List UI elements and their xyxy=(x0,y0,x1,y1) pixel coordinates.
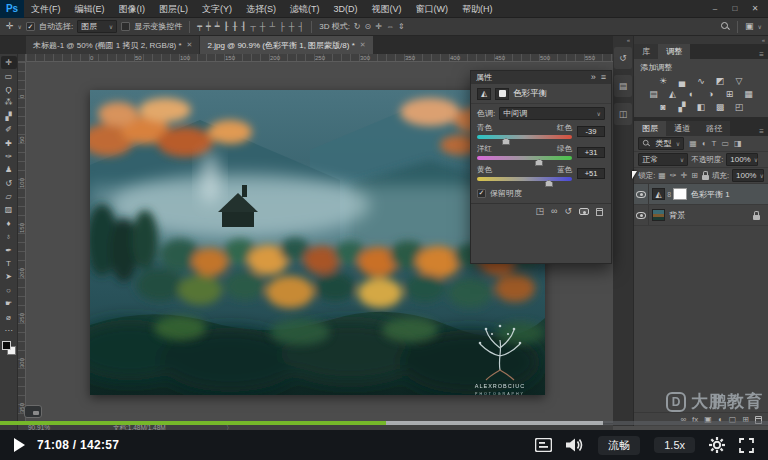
3d-roll-icon[interactable]: ⊙ xyxy=(365,23,372,31)
zoom-tool[interactable]: ⌀ xyxy=(1,310,17,323)
slider-track[interactable] xyxy=(477,156,572,160)
auto-select-checkbox[interactable]: ✓ xyxy=(26,22,35,31)
slider-thumb[interactable] xyxy=(545,180,553,187)
adj-posterize-icon[interactable]: ▞ xyxy=(676,102,689,113)
history-brush-tool[interactable]: ↺ xyxy=(1,177,17,190)
tone-dropdown[interactable]: 中间调 ∨ xyxy=(499,107,605,120)
move-tool[interactable]: ✛ xyxy=(1,56,17,69)
menu-item-1[interactable]: 编辑(E) xyxy=(68,0,112,18)
tab-图层[interactable]: 图层 xyxy=(634,121,666,136)
menu-item-7[interactable]: 3D(D) xyxy=(327,0,365,18)
distribute-top-icon[interactable]: ┬ xyxy=(250,23,256,31)
fill-dropdown[interactable]: 100% ∨ xyxy=(732,169,764,182)
play-button[interactable] xyxy=(14,438,25,452)
tab-调整[interactable]: 调整 xyxy=(658,44,690,59)
3d-scale-icon[interactable]: ⇕ xyxy=(398,23,405,31)
adj-hue-saturation-icon[interactable]: ▤ xyxy=(647,89,660,100)
adj-exposure-icon[interactable]: ◩ xyxy=(714,76,727,87)
tab-close-icon[interactable]: ✕ xyxy=(360,41,366,49)
layer-row-1[interactable]: 背景 xyxy=(634,205,768,226)
distribute-vcenter-icon[interactable]: ┼ xyxy=(260,23,266,31)
hand-tool[interactable]: ☛ xyxy=(1,297,17,310)
slider-track[interactable] xyxy=(477,177,572,181)
visibility-icon[interactable] xyxy=(579,208,589,215)
adj-color-lookup-icon[interactable]: ▦ xyxy=(742,89,755,100)
properties-panel-header[interactable]: 属性 »≡ xyxy=(471,71,611,84)
quick-select-tool[interactable]: ⁂ xyxy=(1,96,17,109)
layer-filter-dropdown[interactable]: 类型 ∨ xyxy=(638,137,684,150)
3d-drag-icon[interactable]: ✛ xyxy=(375,23,382,31)
color-swatches[interactable] xyxy=(2,341,16,355)
tab-通道[interactable]: 通道 xyxy=(666,121,698,136)
panel-menu-icon[interactable]: ≡ xyxy=(601,73,606,82)
path-select-tool[interactable]: ➤ xyxy=(1,270,17,283)
align-hcenter-icon[interactable]: ╂ xyxy=(233,23,238,31)
lock-pixels-icon[interactable]: ✑ xyxy=(670,172,677,180)
lock-all-icon[interactable] xyxy=(702,175,709,180)
adj-gradient-map-icon[interactable]: ▩ xyxy=(714,102,727,113)
align-vcenter-icon[interactable]: ┿ xyxy=(206,23,211,31)
3d-slide-icon[interactable]: ⇔ xyxy=(386,23,394,31)
layer-name[interactable]: 背景 xyxy=(669,210,685,221)
clip-to-layer-icon[interactable]: ◳ xyxy=(536,207,545,216)
filter-pixel-layers-icon[interactable]: ▦ xyxy=(689,140,697,148)
collapse-dock-button[interactable]: « xyxy=(634,36,768,44)
preserve-luminosity-checkbox[interactable]: ✓ xyxy=(477,189,486,198)
adj-color-balance-icon[interactable]: ◭ xyxy=(666,89,679,100)
layer-visibility-toggle[interactable] xyxy=(634,205,649,225)
shape-tool[interactable]: ○ xyxy=(1,284,17,297)
reset-adjustment-icon[interactable]: ↺ xyxy=(564,207,572,216)
document-tab-1[interactable]: 2.jpg @ 90.9% (色彩平衡 1, 图层蒙版/8) *✕ xyxy=(200,36,373,54)
history-panel-icon[interactable]: ↺ xyxy=(614,47,632,69)
pen-tool[interactable]: ✒ xyxy=(1,243,17,256)
adj-selective-color-icon[interactable]: ◰ xyxy=(733,102,746,113)
filter-shape-layers-icon[interactable]: ▭ xyxy=(721,140,729,148)
slider-value-input[interactable]: +31 xyxy=(577,147,605,158)
layer-name[interactable]: 色彩平衡 1 xyxy=(691,189,730,200)
previous-state-icon[interactable]: ∞ xyxy=(551,207,557,216)
marquee-tool[interactable]: ▭ xyxy=(1,69,17,82)
lock-position-icon[interactable]: ✛ xyxy=(681,172,688,180)
adj-brightness-contrast-icon[interactable]: ☀ xyxy=(657,76,670,87)
lock-transparent-icon[interactable]: ▦ xyxy=(658,172,666,180)
speed-button[interactable]: 1.5x xyxy=(654,437,695,453)
current-tool-icon[interactable]: ✛ xyxy=(6,22,14,31)
video-progress-bar[interactable] xyxy=(0,421,768,425)
restore-button[interactable]: □ xyxy=(726,2,744,16)
crop-tool[interactable]: ▞ xyxy=(1,110,17,123)
blur-tool[interactable]: ♦ xyxy=(1,217,17,230)
panel-menu-icon[interactable]: ≡ xyxy=(759,50,768,59)
brush-tool[interactable]: ✑ xyxy=(1,150,17,163)
menu-item-4[interactable]: 文字(Y) xyxy=(195,0,239,18)
menu-item-3[interactable]: 图层(L) xyxy=(152,0,195,18)
menu-item-0[interactable]: 文件(F) xyxy=(24,0,68,18)
distribute-right-icon[interactable]: ┤ xyxy=(299,23,305,31)
adj-levels-icon[interactable]: ▄ xyxy=(676,76,689,87)
align-right-icon[interactable]: ┨ xyxy=(241,23,246,31)
workspace-switcher-icon[interactable]: ▣ xyxy=(745,22,754,31)
opacity-dropdown[interactable]: 100% ∨ xyxy=(726,153,758,166)
edit-toolbar-button[interactable]: ⋯ xyxy=(1,324,17,337)
lasso-tool[interactable]: Ϙ xyxy=(1,83,17,96)
3d-rotate-icon[interactable]: ↻ xyxy=(354,23,361,31)
character-panel-icon[interactable]: ▤ xyxy=(614,75,632,97)
layer-mask-thumbnail[interactable] xyxy=(673,188,687,200)
slider-value-input[interactable]: +51 xyxy=(577,168,605,179)
layer-row-0[interactable]: ◭8色彩平衡 1 xyxy=(634,184,768,205)
slider-value-input[interactable]: -39 xyxy=(577,126,605,137)
panel-menu-icon[interactable]: ≡ xyxy=(759,127,768,136)
slider-track[interactable] xyxy=(477,135,572,139)
menu-item-5[interactable]: 选择(S) xyxy=(239,0,283,18)
adj-channel-mixer-icon[interactable]: ⊞ xyxy=(723,89,736,100)
tab-close-icon[interactable]: ✕ xyxy=(187,41,193,49)
quality-button[interactable]: 流畅 xyxy=(598,436,640,455)
distribute-hcenter-icon[interactable]: ┼ xyxy=(289,23,295,31)
filter-smart-objects-icon[interactable]: ◨ xyxy=(734,140,742,148)
show-transform-checkbox[interactable] xyxy=(121,22,130,31)
foreground-color-swatch[interactable] xyxy=(2,341,11,350)
adj-vibrance-icon[interactable]: ▽ xyxy=(733,76,746,87)
menu-item-10[interactable]: 帮助(H) xyxy=(455,0,500,18)
settings-gear-icon[interactable] xyxy=(709,437,725,453)
episodes-icon[interactable] xyxy=(535,438,552,452)
collapse-panel-icon[interactable]: » xyxy=(591,73,596,82)
